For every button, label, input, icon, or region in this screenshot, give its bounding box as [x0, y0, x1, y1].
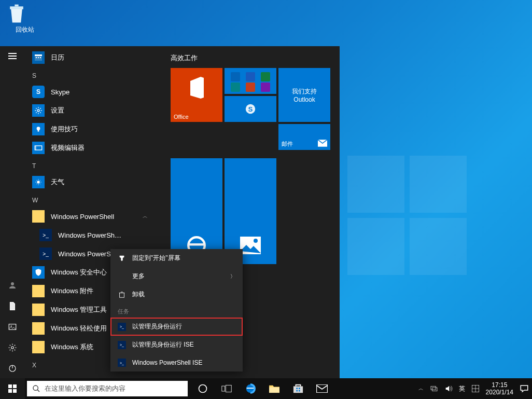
powershell-icon: >_ — [39, 247, 52, 260]
taskbar-store[interactable] — [292, 383, 304, 394]
pictures-icon[interactable] — [8, 322, 17, 332]
folder-icon — [32, 341, 45, 353]
powershell-icon: >_ — [39, 229, 52, 241]
ime-mode-icon[interactable] — [471, 384, 480, 393]
ctx-uninstall[interactable]: 卸载 — [110, 285, 243, 304]
mail-icon — [318, 140, 327, 147]
svg-text:S: S — [248, 105, 253, 113]
tray-overflow[interactable]: ︿ — [418, 385, 424, 392]
ctx-pin-to-start[interactable]: 固定到"开始"屏幕 — [110, 249, 243, 267]
tile-mail[interactable]: 邮件 — [278, 124, 330, 150]
app-ps1[interactable]: >_Windows PowerSh… — [25, 226, 162, 244]
app-label: 视频编辑器 — [51, 143, 85, 153]
svg-point-1 — [11, 282, 14, 285]
photos-icon — [240, 237, 261, 254]
tile-outlook[interactable]: 我们支持 Outlook — [278, 68, 330, 122]
cortana-button[interactable] — [197, 383, 208, 394]
app-video-editor[interactable]: 视频编辑器 — [25, 139, 162, 157]
letter-header-s[interactable]: S — [25, 67, 162, 82]
svg-point-16 — [37, 181, 39, 183]
tile-group-title[interactable]: 高效工作 — [171, 53, 331, 63]
ctx-label: 更多 — [132, 272, 145, 281]
app-weather[interactable]: 天气 — [25, 173, 162, 191]
app-settings[interactable]: 设置 — [25, 101, 162, 120]
svg-rect-37 — [299, 390, 300, 392]
svg-rect-30 — [222, 386, 225, 391]
hamburger-icon[interactable] — [8, 51, 17, 61]
svg-point-11 — [37, 109, 39, 112]
ime-indicator[interactable]: 英 — [459, 384, 465, 393]
app-skype[interactable]: SSkype — [25, 82, 162, 101]
ctx-run-as-admin-ise[interactable]: >_以管理员身份运行 ISE — [110, 336, 243, 354]
wallpaper-logo — [347, 156, 472, 280]
search-placeholder: 在这里输入你要搜索的内容 — [45, 384, 125, 393]
clock[interactable]: 17:15 2020/1/14 — [486, 381, 513, 396]
ctx-ps-ise[interactable]: >_Windows PowerShell ISE — [110, 354, 243, 372]
search-icon — [32, 384, 40, 393]
svg-point-12 — [37, 127, 40, 130]
tile-office[interactable]: Office — [171, 68, 222, 122]
user-icon[interactable] — [8, 281, 17, 290]
taskbar-edge[interactable] — [245, 383, 256, 394]
svg-rect-13 — [38, 130, 39, 132]
ctx-tasks-header: 任务 — [110, 304, 243, 318]
chevron-right-icon: 〉 — [230, 273, 235, 280]
powershell-icon: >_ — [118, 359, 126, 367]
app-label: 日历 — [51, 53, 64, 62]
svg-rect-39 — [431, 386, 436, 390]
windows-icon — [8, 384, 17, 393]
tile-photos[interactable]: 照片 — [225, 158, 276, 264]
svg-point-4 — [11, 347, 14, 349]
search-box[interactable]: 在这里输入你要搜索的内容 — [27, 381, 188, 396]
powershell-icon: >_ — [118, 341, 126, 349]
svg-rect-31 — [226, 385, 231, 392]
documents-icon[interactable] — [8, 301, 17, 311]
app-calendar[interactable]: 日历 — [25, 48, 162, 67]
taskbar: 在这里输入你要搜索的内容 ︿ 英 17:15 2020/1/14 — [0, 378, 532, 399]
ctx-more[interactable]: 更多〉 — [110, 267, 243, 285]
pin-icon — [118, 254, 126, 263]
powershell-icon: >_ — [118, 323, 126, 331]
svg-rect-7 — [35, 54, 42, 56]
svg-rect-36 — [296, 390, 298, 392]
calendar-icon — [32, 51, 45, 64]
tile-label: 我们支持 — [281, 87, 328, 96]
tile-office-apps[interactable] — [225, 68, 276, 94]
taskbar-mail[interactable] — [316, 383, 328, 394]
gear-icon — [32, 104, 45, 117]
ctx-run-as-admin[interactable]: >_以管理员身份运行 — [110, 318, 243, 336]
app-tips[interactable]: 使用技巧 — [25, 120, 162, 139]
recycle-bin[interactable]: 回收站 — [5, 3, 44, 34]
letter-header-t[interactable]: T — [25, 157, 162, 173]
svg-rect-35 — [299, 388, 300, 389]
volume-icon[interactable] — [444, 384, 453, 393]
app-ps-folder[interactable]: Windows PowerShell︿ — [25, 207, 162, 226]
folder-icon — [32, 285, 45, 297]
app-label: 使用技巧 — [51, 125, 78, 134]
svg-rect-10 — [40, 57, 41, 58]
app-label: Windows 安全中心 — [51, 268, 107, 277]
power-icon[interactable] — [8, 364, 17, 373]
task-view-button[interactable] — [221, 383, 232, 394]
action-center-icon[interactable] — [520, 384, 529, 393]
start-rail — [0, 46, 25, 378]
context-menu: 固定到"开始"屏幕 更多〉 卸载 任务 >_以管理员身份运行 >_以管理员身份运… — [110, 249, 243, 372]
tile-edge[interactable]: Microsoft Edge — [171, 158, 222, 264]
svg-point-28 — [33, 386, 38, 390]
folder-icon — [32, 322, 45, 335]
ctx-label: Windows PowerShell ISE — [132, 359, 202, 366]
svg-rect-26 — [8, 389, 12, 393]
chevron-up-icon: ︿ — [143, 213, 148, 220]
svg-point-29 — [199, 385, 207, 393]
tile-label: 邮件 — [282, 140, 293, 148]
office-mini-icons — [227, 71, 274, 91]
settings-icon[interactable] — [8, 343, 17, 352]
start-button[interactable] — [0, 378, 25, 399]
svg-rect-24 — [8, 384, 12, 388]
tile-skype[interactable]: S — [225, 96, 276, 122]
ctx-label: 固定到"开始"屏幕 — [132, 254, 180, 263]
office-icon — [186, 75, 207, 101]
network-icon[interactable] — [430, 384, 438, 393]
letter-header-w[interactable]: W — [25, 191, 162, 207]
taskbar-explorer[interactable] — [269, 383, 280, 394]
